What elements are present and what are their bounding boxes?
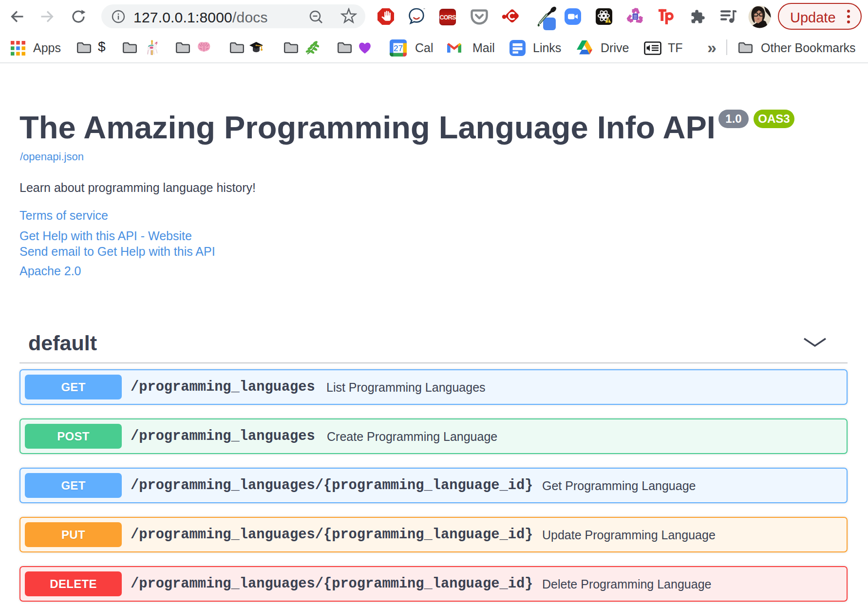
svg-text:27: 27 bbox=[394, 44, 403, 53]
svg-text:CORS: CORS bbox=[439, 14, 456, 21]
